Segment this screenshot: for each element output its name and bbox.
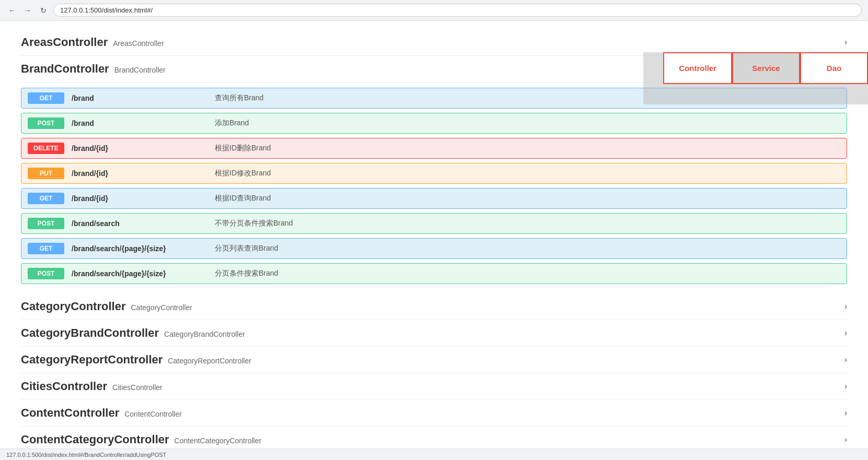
controller-header-left: CategoryReportControllerCategoryReportCo… — [21, 353, 251, 367]
controller-section-category-brand: CategoryBrandControllerCategoryBrandCont… — [21, 320, 847, 347]
browser-bar: ← → ↻ — [0, 0, 868, 21]
controller-section-category: CategoryControllerCategoryController› — [21, 293, 847, 320]
controller-header-category-report[interactable]: CategoryReportControllerCategoryReportCo… — [21, 347, 847, 373]
controller-header-left: ContentCategoryControllerContentCategory… — [21, 433, 261, 446]
api-row[interactable]: GET/brand/{id}根据ID查询Brand — [21, 188, 847, 209]
api-desc: 分页条件搜索Brand — [215, 269, 278, 278]
controller-header-left: BrandControllerBrandController — [21, 62, 166, 76]
method-badge: PUT — [28, 168, 64, 179]
controller-header-left: CategoryBrandControllerCategoryBrandCont… — [21, 326, 245, 340]
controller-subtitle: CategoryReportController — [168, 357, 251, 365]
method-badge: GET — [28, 243, 64, 254]
controller-title: CitiesController — [21, 380, 107, 393]
url-bar[interactable] — [53, 4, 862, 17]
api-row[interactable]: POST/brand添加Brand — [21, 113, 847, 134]
chevron-icon: › — [844, 38, 847, 47]
controller-subtitle: ContentCategoryController — [175, 437, 262, 445]
status-bar-text: 127.0.0.1:500/dist/index.html#/BrandCont… — [6, 452, 166, 458]
controller-section-category-report: CategoryReportControllerCategoryReportCo… — [21, 347, 847, 373]
controller-header-category[interactable]: CategoryControllerCategoryController› — [21, 293, 847, 320]
controller-section-content: ContentControllerContentController› — [21, 400, 847, 427]
method-badge: POST — [28, 268, 64, 279]
controller-subtitle: CategoryController — [131, 303, 192, 312]
controller-subtitle: CategoryBrandController — [164, 330, 245, 338]
api-row[interactable]: POST/brand/search/{page}/{size}分页条件搜索Bra… — [21, 263, 847, 284]
api-path: /brand — [72, 119, 207, 127]
api-list-brand: GET/brand查询所有BrandPOST/brand添加BrandDELET… — [21, 82, 847, 293]
dao-popup-button[interactable]: Dao — [800, 52, 868, 84]
controller-subtitle: AreasController — [113, 39, 164, 48]
api-desc: 根据ID修改Brand — [215, 169, 271, 178]
controller-section-cities: CitiesControllerCitiesController› — [21, 373, 847, 400]
api-path: /brand/search/{page}/{size} — [72, 269, 207, 278]
api-desc: 分页列表查询Brand — [215, 244, 278, 253]
controller-title: AreasController — [21, 36, 108, 49]
service-popup-button[interactable]: Service — [732, 52, 800, 84]
chevron-icon: › — [844, 382, 847, 391]
chevron-icon: › — [844, 302, 847, 311]
controller-header-cities[interactable]: CitiesControllerCitiesController› — [21, 373, 847, 400]
controller-title: CategoryReportController — [21, 353, 163, 367]
overlay-popup: Controller Service Dao — [663, 52, 868, 84]
back-button[interactable]: ← — [6, 5, 18, 16]
method-badge: POST — [28, 218, 64, 229]
api-desc: 添加Brand — [215, 119, 249, 128]
forward-button[interactable]: → — [22, 5, 33, 16]
method-badge: GET — [28, 193, 64, 204]
status-bar: 127.0.0.1:500/dist/index.html#/BrandCont… — [0, 449, 868, 460]
api-path: /brand/{id} — [72, 194, 207, 203]
api-desc: 查询所有Brand — [215, 93, 263, 103]
controller-header-category-brand[interactable]: CategoryBrandControllerCategoryBrandCont… — [21, 320, 847, 347]
controller-header-left: CitiesControllerCitiesController — [21, 380, 163, 393]
api-desc: 根据ID查询Brand — [215, 194, 271, 203]
controller-title: CategoryController — [21, 300, 125, 313]
controller-title: CategoryBrandController — [21, 326, 159, 340]
controller-title: ContentCategoryController — [21, 433, 169, 446]
api-row[interactable]: POST/brand/search不带分页条件搜索Brand — [21, 213, 847, 234]
controller-header-left: ContentControllerContentController — [21, 406, 182, 420]
controller-subtitle: ContentController — [124, 410, 182, 418]
controller-subtitle: BrandController — [114, 66, 166, 74]
api-path: /brand/search/{page}/{size} — [72, 244, 207, 253]
api-path: /brand — [72, 94, 207, 102]
method-badge: POST — [28, 117, 64, 129]
controller-title: BrandController — [21, 62, 109, 76]
method-badge: GET — [28, 92, 64, 104]
controller-header-content[interactable]: ContentControllerContentController› — [21, 400, 847, 427]
chevron-icon: › — [844, 328, 847, 338]
popup-overlay-bg: Controller Service Dao — [643, 52, 868, 104]
api-path: /brand/search — [72, 219, 207, 228]
api-row[interactable]: PUT/brand/{id}根据ID修改Brand — [21, 163, 847, 184]
controller-header-left: CategoryControllerCategoryController — [21, 300, 192, 313]
chevron-icon: › — [844, 435, 847, 444]
api-desc: 不带分页条件搜索Brand — [215, 219, 293, 228]
reload-button[interactable]: ↻ — [38, 5, 49, 16]
controller-header-left: AreasControllerAreasController — [21, 36, 164, 49]
api-path: /brand/{id} — [72, 144, 207, 152]
controller-subtitle: CitiesController — [112, 383, 163, 392]
api-path: /brand/{id} — [72, 169, 207, 178]
method-badge: DELETE — [28, 143, 64, 154]
api-row[interactable]: GET/brand/search/{page}/{size}分页列表查询Bran… — [21, 238, 847, 259]
controller-popup-button[interactable]: Controller — [663, 52, 732, 84]
chevron-icon: › — [844, 408, 847, 418]
api-desc: 根据ID删除Brand — [215, 144, 271, 153]
controller-title: ContentController — [21, 406, 119, 420]
chevron-icon: › — [844, 355, 847, 364]
api-row[interactable]: DELETE/brand/{id}根据ID删除Brand — [21, 138, 847, 159]
